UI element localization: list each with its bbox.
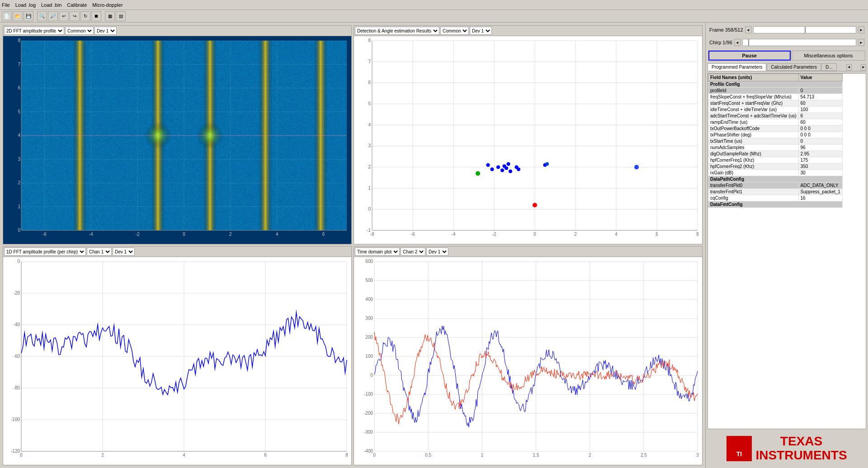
toolbar-view1[interactable]: ▦ [105,11,115,21]
plot-top-right-canvas [354,36,702,244]
field-value: 0 0 0 [798,126,842,132]
table-row: adcStartTimeConst + adcStartTimeVar (us)… [708,113,843,119]
plot-bottom-left-canvas [3,257,351,465]
field-name: numAdcSamples [708,145,799,151]
tab-programmed[interactable]: Programmed Parameters [708,63,766,71]
plot-top-left-header: 2D FFT amplitude profile Common Dev 1 [3,26,351,36]
toolbar: 📄 📂 💾 🔍 🔎 ↩ ↪ ↻ ⏹ ▦ ▤ [0,10,868,23]
menu-loadbin[interactable]: Load .bin [41,2,61,8]
field-value: 0 [798,88,842,94]
table-row: cqConfig16 [708,195,843,201]
field-name: transferFmtPkt0 [708,183,799,189]
toolbar-zoom-out[interactable]: 🔎 [48,11,58,21]
ti-badge: TI [726,436,752,461]
plot-bottom-left-type-select[interactable]: 1D FFT amplitude profile (per chirp) [4,248,86,256]
params-table-wrapper: Field Names (units) Value Profile Config… [708,73,866,429]
tab-next[interactable]: ► [861,64,866,70]
field-value: 0 0 0 [798,132,842,138]
plot-top-left: 2D FFT amplitude profile Common Dev 1 [3,25,352,244]
field-value: 60 [798,119,842,126]
frame-control: Frame 358/512 ◄ ► [708,24,866,35]
table-row: rampEndTime (us)60 [708,119,843,126]
field-value: 0 [798,138,842,145]
frame-slider-right[interactable]: ► [858,26,864,33]
field-name: hpfCornerFreq1 (Khz) [708,157,799,164]
field-value: 175 [798,157,842,164]
chirp-slider-left[interactable]: ◄ [734,39,741,46]
svg-text:TI: TI [736,450,742,458]
plots-area: 2D FFT amplitude profile Common Dev 1 De… [0,23,705,468]
table-row: freqSlopeConst + freqSlopeVar (Mhz/us)54… [708,94,843,100]
table-row: hpfCornerFreq1 (Khz)175 [708,157,843,164]
field-value: 96 [798,145,842,151]
main-area: 2D FFT amplitude profile Common Dev 1 De… [0,23,868,468]
section-header: DataFmtConfig [708,201,843,208]
params-table: Field Names (units) Value Profile Config… [708,74,866,208]
field-value: 60 [798,100,842,107]
field-value: ADC_DATA_ONLY [798,183,842,189]
toolbar-undo[interactable]: ↩ [59,11,69,21]
plot-top-left-chan-select[interactable]: Common [65,27,94,35]
menu-loadlog[interactable]: Load .log [15,2,36,8]
plot-bottom-left-header: 1D FFT amplitude profile (per chirp) Cha… [3,247,351,257]
toolbar-stop[interactable]: ⏹ [91,11,101,21]
frame-label: Frame 358/512 [709,27,743,33]
plot-bottom-right-dev-select[interactable]: Dev 1 [426,248,448,256]
tab-calculated[interactable]: Calculated Parameters [767,63,821,71]
toolbar-redo[interactable]: ↪ [70,11,80,21]
tab-prev[interactable]: ◄ [846,64,852,70]
field-name: txStartTime (us) [708,138,799,145]
table-row: digOutSampleRate (Mhz)2.95 [708,151,843,157]
table-row: txPhaseShifter (deg)0 0 0 [708,132,843,138]
toolbar-save[interactable]: 💾 [24,11,33,21]
field-value: 16 [798,195,842,201]
field-name: rampEndTime (us) [708,119,799,126]
field-value: 54.713 [798,94,842,100]
plot-bottom-left-chan-select[interactable]: Chan 1 [87,248,112,256]
plot-top-right-type-select[interactable]: Detection & Angle estimation Results [355,27,439,35]
menu-calibrate[interactable]: Calibrate [67,2,87,8]
plot-top-right: Detection & Angle estimation Results Com… [354,25,703,244]
plot-top-right-chan-select[interactable]: Common [440,27,469,35]
table-row: hpfCornerFreq2 (Khz)350 [708,164,843,170]
toolbar-new[interactable]: 📄 [2,11,12,21]
toolbar-view2[interactable]: ▤ [116,11,126,21]
plot-bottom-right-chan-select[interactable]: Chan 2 [401,248,425,256]
menu-file[interactable]: File [2,2,10,8]
field-name: cqConfig [708,195,799,201]
plot-bottom-right-type-select[interactable]: Time domain plot [355,248,400,256]
chirp-slider-track[interactable] [742,39,856,46]
field-name: hpfCornerFreq2 (Khz) [708,164,799,170]
menu-microdoppler[interactable]: Micro-doppler [92,2,123,8]
toolbar-zoom-in[interactable]: 🔍 [37,11,47,21]
field-name: transferFmtPkt1 [708,189,799,195]
right-panel: Frame 358/512 ◄ ► Chirp 1/96 ◄ ► Pause M… [705,23,868,468]
plot-bottom-left-dev-select[interactable]: Dev 1 [113,248,135,256]
plot-bottom-right-canvas [354,257,702,465]
plot-top-left-type-select[interactable]: 2D FFT amplitude profile [4,27,64,35]
tab-d[interactable]: D... [821,63,837,71]
section-header: Profile Config [708,81,843,88]
plot-bottom-left: 1D FFT amplitude profile (per chirp) Cha… [3,246,352,465]
plot-top-right-dev-select[interactable]: Dev 1 [470,27,492,35]
field-value: 30 [798,170,842,176]
frame-slider-left[interactable]: ◄ [745,26,751,33]
toolbar-open[interactable]: 📂 [13,11,23,21]
field-value: 2.95 [798,151,842,157]
plot-top-left-dev-select[interactable]: Dev 1 [94,27,117,35]
table-row: profileId0 [708,88,843,94]
chirp-slider-right[interactable]: ► [858,39,864,46]
section-header: DataPathConfig [708,176,843,183]
pause-button[interactable]: Pause [708,51,791,61]
field-name: rxGain (dB) [708,170,799,176]
field-name: digOutSampleRate (Mhz) [708,151,799,157]
table-row: numAdcSamples96 [708,145,843,151]
field-name: txOutPowerBackoffCode [708,126,799,132]
field-name: profileId [708,88,799,94]
field-name: adcStartTimeConst + adcStartTimeVar (us) [708,113,799,119]
table-row: transferFmtPkt1Suppress_packet_1 [708,189,843,195]
table-row: rxGain (dB)30 [708,170,843,176]
frame-slider-track[interactable] [753,26,856,33]
toolbar-refresh[interactable]: ↻ [80,11,90,21]
misc-options-button[interactable]: Miscellaneous options [792,51,866,61]
